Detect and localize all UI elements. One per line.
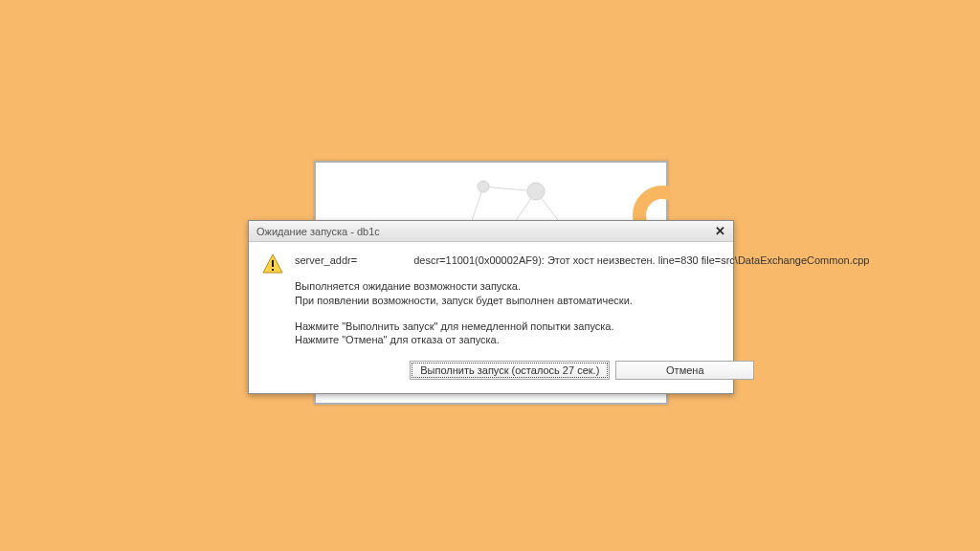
svg-point-7 <box>478 181 489 192</box>
close-button[interactable]: ✕ <box>710 224 729 239</box>
button-row: Выполнить запуск (осталось 27 сек.) Отме… <box>295 361 869 380</box>
svg-rect-11 <box>272 260 274 267</box>
wait-line-2: При появлении возможности, запуск будет … <box>295 294 869 308</box>
svg-point-6 <box>527 183 545 200</box>
close-icon: ✕ <box>715 224 725 238</box>
error-message: server_addr= descr=11001(0x00002AF9): Эт… <box>295 253 869 268</box>
redacted-host <box>357 254 411 266</box>
dialog-titlebar: Ожидание запуска - db1c ✕ <box>249 221 733 242</box>
cancel-button-label: Отмена <box>666 364 703 378</box>
error-suffix: descr=11001(0x00002AF9): Этот хост неизв… <box>413 254 869 266</box>
launch-button-label: Выполнить запуск (осталось 27 сек.) <box>420 364 599 378</box>
dialog-body: server_addr= descr=11001(0x00002AF9): Эт… <box>249 242 733 393</box>
instr-line-2: Нажмите "Отмена" для отказа от запуска. <box>295 333 869 347</box>
warning-icon <box>262 253 285 380</box>
instr-line-1: Нажмите "Выполнить запуск" для немедленн… <box>295 320 869 334</box>
wait-line-1: Выполняется ожидание возможности запуска… <box>295 279 869 294</box>
message-column: server_addr= descr=11001(0x00002AF9): Эт… <box>295 253 869 380</box>
svg-rect-12 <box>272 269 274 271</box>
launch-wait-dialog: Ожидание запуска - db1c ✕ server_addr= d… <box>248 220 734 394</box>
error-prefix: server_addr= <box>295 254 357 266</box>
instruction-section: Нажмите "Выполнить запуск" для немедленн… <box>295 320 869 348</box>
launch-button[interactable]: Выполнить запуск (осталось 27 сек.) <box>410 361 610 380</box>
dialog-title: Ожидание запуска - db1c <box>256 226 710 237</box>
cancel-button[interactable]: Отмена <box>615 361 754 380</box>
wait-section: Выполняется ожидание возможности запуска… <box>295 279 869 308</box>
